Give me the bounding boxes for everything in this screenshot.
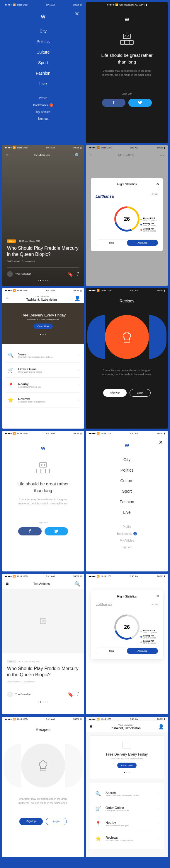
feature-order[interactable]: 🛒Order OnlineOrder your favorite dishes› xyxy=(93,801,161,816)
menu-signout[interactable]: Sign out xyxy=(86,544,168,551)
pill-airplanes[interactable]: Airplanes xyxy=(127,648,158,654)
chevron-right-icon: › xyxy=(78,383,79,387)
article-title[interactable]: Who Should Play Freddie Mercury in the Q… xyxy=(7,666,79,678)
star-icon: ⭐ xyxy=(94,835,102,842)
pill-airplanes[interactable]: Airplanes xyxy=(127,240,158,246)
splash-subtitle: Character may be manifested in the great… xyxy=(86,65,168,81)
close-icon[interactable]: ✕ xyxy=(75,10,79,17)
legend: Airbus A31944%, 12 planes Boeing 76726%,… xyxy=(140,216,157,233)
feature-nearby[interactable]: 📍NearbySee restaurants near you› xyxy=(93,816,161,831)
menu-icon[interactable]: ≡ xyxy=(90,724,92,729)
svg-rect-11 xyxy=(39,463,47,467)
login-button[interactable]: Login xyxy=(46,818,67,825)
menu-icon[interactable]: ≡ xyxy=(6,581,8,586)
close-icon[interactable]: ✕ xyxy=(159,439,163,445)
share-icon[interactable]: ⤴ xyxy=(77,271,79,277)
search-icon[interactable]: 🔍 xyxy=(75,581,80,587)
location-value[interactable]: Tashkent, Uzbekistan xyxy=(110,726,141,730)
article-title[interactable]: Who Should Play Freddie Mercury in the Q… xyxy=(7,245,79,258)
menu-fashion[interactable]: Fashion xyxy=(2,68,84,79)
close-icon[interactable]: ✕ xyxy=(156,182,160,186)
twitter-button[interactable] xyxy=(45,527,68,535)
menu-bookmarks[interactable]: Bookmarks1 xyxy=(2,101,84,108)
signup-button[interactable]: Sign Up xyxy=(19,818,43,825)
article-meta: 30492 views · 3 comments xyxy=(7,260,79,262)
search-icon[interactable]: 🔍 xyxy=(75,153,80,158)
order-button[interactable]: Order Now xyxy=(33,323,53,329)
cart-icon: 🛒 xyxy=(94,805,102,812)
nav-title: Top Articles xyxy=(8,153,75,157)
bookmark-icon[interactable]: 🔖 xyxy=(67,271,73,277)
feature-search[interactable]: 🔍SearchSearch by name, restaurants, dish… xyxy=(6,348,80,363)
feature-reviews[interactable]: ⭐ReviewsFeedback from our customers› xyxy=(93,831,161,846)
chevron-right-icon: › xyxy=(159,807,160,810)
chef-hat-icon xyxy=(36,758,50,773)
twitter-button[interactable] xyxy=(129,99,152,107)
feature-search[interactable]: 🔍SearchSearch by name, restaurants, dish… xyxy=(93,786,161,801)
menu-icon[interactable]: ≡ xyxy=(6,296,8,301)
menu-signout[interactable]: Sign out xyxy=(2,115,84,122)
share-icon[interactable]: ⤴ xyxy=(77,691,79,697)
menu-culture[interactable]: Culture xyxy=(86,475,168,486)
menu-city[interactable]: City xyxy=(2,26,84,36)
menu-politics[interactable]: Politics xyxy=(86,465,168,475)
feature-reviews[interactable]: ⭐ReviewsFeedback from our customers› xyxy=(6,393,80,407)
menu-sport[interactable]: Sport xyxy=(2,57,84,68)
bookmark-icon[interactable]: 🔖 xyxy=(67,691,73,697)
menu-profile[interactable]: Profile xyxy=(2,95,84,101)
menu-profile[interactable]: Profile xyxy=(86,523,168,530)
avatar[interactable] xyxy=(7,691,13,697)
feature-order[interactable]: 🛒Order OnlineOrder your favorite dishes› xyxy=(6,363,80,378)
menu-culture[interactable]: Culture xyxy=(2,47,84,57)
recipes-title: Recipes xyxy=(120,299,135,303)
svg-point-2 xyxy=(128,36,129,37)
close-icon[interactable]: ✕ xyxy=(156,594,160,598)
chevron-right-icon: › xyxy=(159,822,160,825)
hero-banner: Free Delivery Every Friday More than 200… xyxy=(90,735,164,779)
pill-time[interactable]: Time xyxy=(96,648,127,654)
svg-rect-4 xyxy=(125,40,129,44)
menu-live[interactable]: Live xyxy=(86,507,168,518)
recipes-subtitle: Character may be manifested in the great… xyxy=(86,365,168,380)
menu-my-articles[interactable]: My Articles xyxy=(86,537,168,544)
svg-rect-0 xyxy=(123,34,131,39)
login-with-label: Login with xyxy=(122,93,132,95)
article-source: The Guardian xyxy=(15,693,31,696)
recipes-screen-light: ●●●●●📶Ucell UZB 9:41 AM 100%▮ Recipes Ch… xyxy=(2,717,84,857)
article-tag[interactable]: World xyxy=(7,660,16,663)
menu-bookmarks[interactable]: Bookmarks1 xyxy=(86,530,168,537)
location-icon: 📍 xyxy=(7,381,15,389)
pill-time[interactable]: Time xyxy=(96,240,127,246)
avatar[interactable] xyxy=(7,271,13,277)
search-icon: 🔍 xyxy=(94,790,102,798)
modal-title: Flight Statistics xyxy=(95,183,158,186)
location-value[interactable]: Tashkent, Uzbekistan xyxy=(26,298,57,301)
menu-icon[interactable]: ≡ xyxy=(6,153,8,158)
chef-hat-circle xyxy=(21,744,65,787)
location-icon: 📍 xyxy=(94,820,102,827)
robot-icon xyxy=(118,32,136,46)
delivery-screen: ●●●●●📶Ucell UZB 9:41 AM 100%▮ ≡ Your Loc… xyxy=(2,288,84,429)
facebook-button[interactable]: f xyxy=(18,527,41,535)
facebook-button[interactable]: f xyxy=(102,99,125,107)
menu-screen-dark: ●●●●●📶Ucell UZB 9:41 AM 100%▮ ✕ ẇ City P… xyxy=(2,2,84,143)
order-button[interactable]: Order Now xyxy=(117,763,137,768)
article-meta: 30492 views · 3 comments xyxy=(7,680,79,683)
user-icon[interactable]: 👤 xyxy=(75,296,80,301)
article-screen-dark: ●●●●●📶Ucell UZB 9:41 AM 100%▮ ≡ Top Arti… xyxy=(2,145,84,286)
signup-button[interactable]: Sign Up xyxy=(103,389,126,397)
login-button[interactable]: Login xyxy=(130,389,151,397)
menu-fashion[interactable]: Fashion xyxy=(86,496,168,507)
feature-nearby[interactable]: 📍NearbySee restaurants near you› xyxy=(6,378,80,393)
status-bar: ●●●●●📶Ucell UZB 9:41 AM 100%▮ xyxy=(2,717,84,721)
splash-title: Life should be great rather than long xyxy=(86,52,168,65)
menu-city[interactable]: City xyxy=(86,454,168,465)
article-tag[interactable]: World xyxy=(7,240,16,243)
status-bar: ●●●●●📶Ucell UZB 9:41 AM 100%▮ xyxy=(86,288,168,293)
user-icon[interactable]: 👤 xyxy=(158,724,164,730)
menu-my-articles[interactable]: My Articles xyxy=(2,108,84,115)
menu-politics[interactable]: Politics xyxy=(2,36,84,47)
menu-sport[interactable]: Sport xyxy=(86,486,168,496)
menu-live[interactable]: Live xyxy=(2,79,84,89)
status-bar: ●●●●●📶Ucell UZB 9:41 AM 100%▮ xyxy=(86,574,168,579)
